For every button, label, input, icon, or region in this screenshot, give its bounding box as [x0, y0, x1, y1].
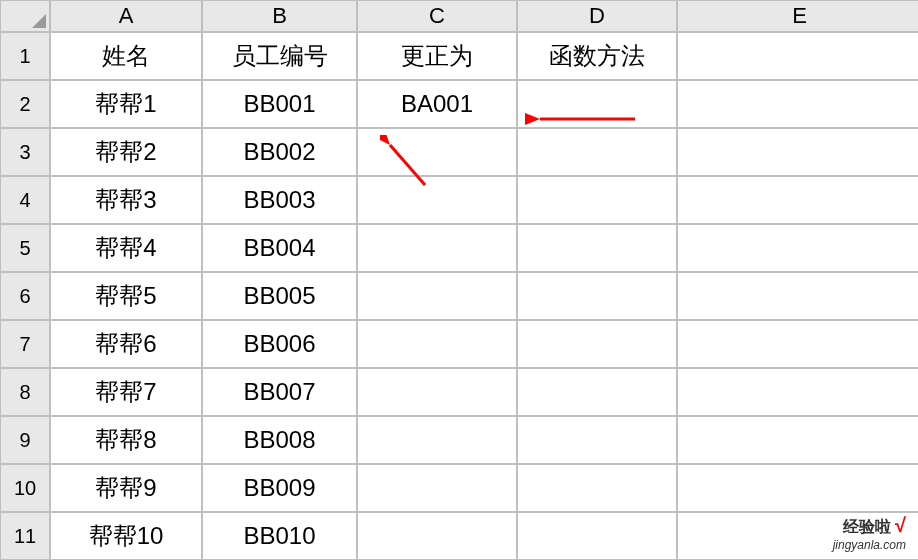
- cell-D6[interactable]: [517, 272, 677, 320]
- cell-D1[interactable]: 函数方法: [517, 32, 677, 80]
- row-header-2[interactable]: 2: [0, 80, 50, 128]
- row-header-6[interactable]: 6: [0, 272, 50, 320]
- row-header-7[interactable]: 7: [0, 320, 50, 368]
- row-header-9[interactable]: 9: [0, 416, 50, 464]
- cell-B1[interactable]: 员工编号: [202, 32, 357, 80]
- cell-C11[interactable]: [357, 512, 517, 560]
- cell-E10[interactable]: [677, 464, 918, 512]
- select-all-corner[interactable]: [0, 0, 50, 32]
- cell-C4[interactable]: [357, 176, 517, 224]
- cell-A10[interactable]: 帮帮9: [50, 464, 202, 512]
- watermark-url: jingyanla.com: [833, 538, 906, 552]
- cell-D5[interactable]: [517, 224, 677, 272]
- cell-B10[interactable]: BB009: [202, 464, 357, 512]
- cell-B2[interactable]: BB001: [202, 80, 357, 128]
- cell-E2[interactable]: [677, 80, 918, 128]
- cell-D2[interactable]: [517, 80, 677, 128]
- row-header-11[interactable]: 11: [0, 512, 50, 560]
- cell-A6[interactable]: 帮帮5: [50, 272, 202, 320]
- row-header-4[interactable]: 4: [0, 176, 50, 224]
- cell-C5[interactable]: [357, 224, 517, 272]
- cell-B8[interactable]: BB007: [202, 368, 357, 416]
- cell-D4[interactable]: [517, 176, 677, 224]
- cell-C1[interactable]: 更正为: [357, 32, 517, 80]
- watermark-title: 经验啦 √: [833, 514, 906, 538]
- checkmark-icon: √: [895, 514, 906, 536]
- cell-B5[interactable]: BB004: [202, 224, 357, 272]
- row-header-1[interactable]: 1: [0, 32, 50, 80]
- cell-C10[interactable]: [357, 464, 517, 512]
- cell-A4[interactable]: 帮帮3: [50, 176, 202, 224]
- cell-D3[interactable]: [517, 128, 677, 176]
- cell-D7[interactable]: [517, 320, 677, 368]
- cell-A8[interactable]: 帮帮7: [50, 368, 202, 416]
- row-header-10[interactable]: 10: [0, 464, 50, 512]
- cell-C9[interactable]: [357, 416, 517, 464]
- cell-C8[interactable]: [357, 368, 517, 416]
- cell-C2[interactable]: BA001: [357, 80, 517, 128]
- spreadsheet-grid: A B C D E 1 姓名 员工编号 更正为 函数方法 2 帮帮1 BB001…: [0, 0, 918, 560]
- cell-A2[interactable]: 帮帮1: [50, 80, 202, 128]
- column-header-A[interactable]: A: [50, 0, 202, 32]
- column-header-C[interactable]: C: [357, 0, 517, 32]
- cell-C6[interactable]: [357, 272, 517, 320]
- cell-A5[interactable]: 帮帮4: [50, 224, 202, 272]
- cell-C7[interactable]: [357, 320, 517, 368]
- cell-A1[interactable]: 姓名: [50, 32, 202, 80]
- cell-D8[interactable]: [517, 368, 677, 416]
- cell-B9[interactable]: BB008: [202, 416, 357, 464]
- cell-A3[interactable]: 帮帮2: [50, 128, 202, 176]
- column-header-B[interactable]: B: [202, 0, 357, 32]
- cell-E7[interactable]: [677, 320, 918, 368]
- cell-E6[interactable]: [677, 272, 918, 320]
- cell-B3[interactable]: BB002: [202, 128, 357, 176]
- cell-B7[interactable]: BB006: [202, 320, 357, 368]
- watermark: 经验啦 √ jingyanla.com: [833, 514, 906, 552]
- column-header-D[interactable]: D: [517, 0, 677, 32]
- cell-D9[interactable]: [517, 416, 677, 464]
- cell-A11[interactable]: 帮帮10: [50, 512, 202, 560]
- row-header-5[interactable]: 5: [0, 224, 50, 272]
- row-header-8[interactable]: 8: [0, 368, 50, 416]
- cell-D11[interactable]: [517, 512, 677, 560]
- cell-B6[interactable]: BB005: [202, 272, 357, 320]
- cell-A7[interactable]: 帮帮6: [50, 320, 202, 368]
- row-header-3[interactable]: 3: [0, 128, 50, 176]
- cell-C3[interactable]: [357, 128, 517, 176]
- cell-E9[interactable]: [677, 416, 918, 464]
- cell-B4[interactable]: BB003: [202, 176, 357, 224]
- corner-triangle-icon: [32, 14, 46, 28]
- cell-A9[interactable]: 帮帮8: [50, 416, 202, 464]
- cell-E5[interactable]: [677, 224, 918, 272]
- cell-E1[interactable]: [677, 32, 918, 80]
- column-header-E[interactable]: E: [677, 0, 918, 32]
- cell-E8[interactable]: [677, 368, 918, 416]
- cell-E4[interactable]: [677, 176, 918, 224]
- cell-E3[interactable]: [677, 128, 918, 176]
- cell-D10[interactable]: [517, 464, 677, 512]
- cell-B11[interactable]: BB010: [202, 512, 357, 560]
